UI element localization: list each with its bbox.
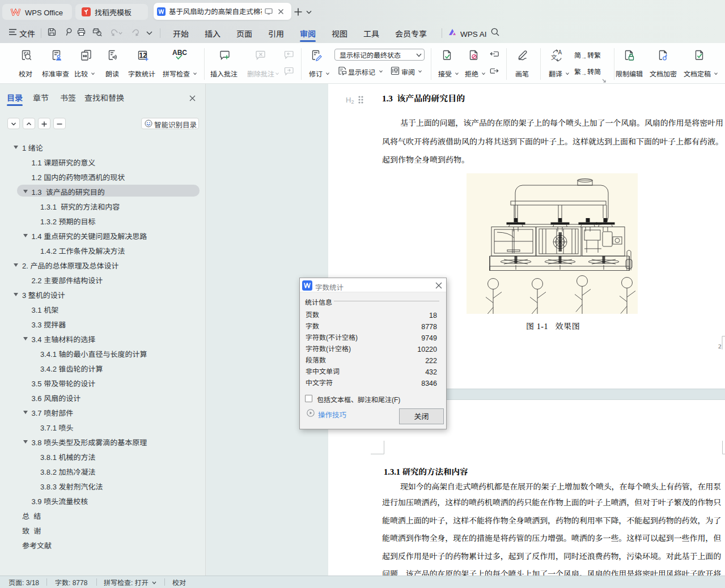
svg-text:A: A (558, 49, 562, 56)
svg-text:文: 文 (551, 53, 557, 61)
svg-text:ABC: ABC (172, 49, 187, 57)
svg-text:12: 12 (139, 52, 147, 59)
svg-text:2: 2 (718, 343, 722, 350)
